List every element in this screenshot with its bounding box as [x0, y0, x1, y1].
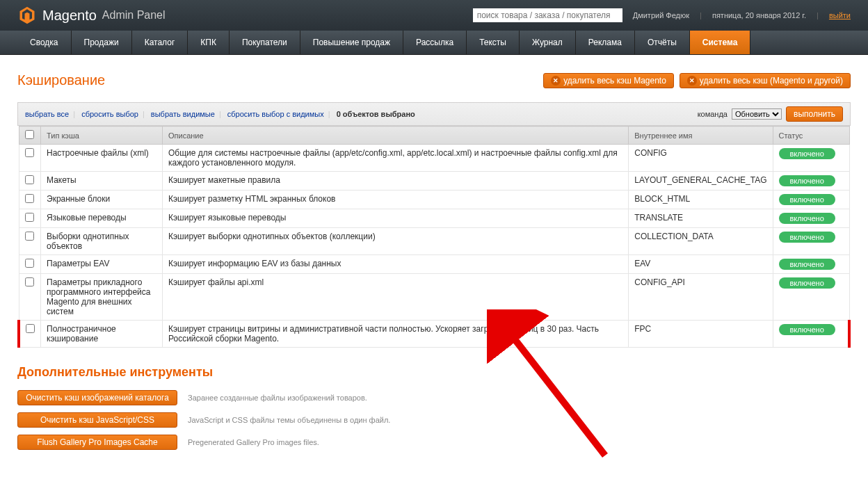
cell-desc: Кэширует страницы витрины и администрати…: [163, 321, 629, 348]
nav-item-отчёты[interactable]: Отчёты: [635, 31, 690, 54]
user-name: Дмитрий Федюк: [633, 11, 689, 19]
cell-desc: Кэширует языковые переводы: [163, 209, 629, 228]
status-badge: включено: [779, 194, 835, 205]
cell-tag: BLOCK_HTML: [629, 191, 773, 209]
table-row: Языковые переводы Кэширует языковые пере…: [19, 209, 849, 228]
cell-tag: EAV: [629, 255, 773, 274]
magento-logo-icon: [17, 6, 37, 25]
nav-item-тексты[interactable]: Тексты: [467, 31, 520, 54]
main-nav: СводкаПродажиКаталогКПКПокупателиПовышен…: [0, 31, 868, 55]
nav-item-продажи[interactable]: Продажи: [72, 31, 132, 54]
action-select[interactable]: Обновить: [732, 108, 782, 120]
tool-button[interactable]: Очистить кэш JavaScript/CSS: [17, 412, 177, 428]
tools-title: Дополнительные инструменты: [17, 365, 851, 380]
table-row: Экранные блоки Кэширует разметку HTML эк…: [19, 191, 849, 209]
reset-visible-link[interactable]: сбросить выбор с видимых: [227, 110, 324, 118]
cell-status: включено: [773, 228, 849, 255]
select-visible-link[interactable]: выбрать видимые: [151, 110, 215, 118]
cell-status: включено: [773, 274, 849, 321]
cell-type: Выборки однотипных объектов: [41, 228, 163, 255]
table-row: Макеты Кэширует макетные правила LAYOUT_…: [19, 172, 849, 191]
current-date: пятница, 20 января 2012 г.: [712, 11, 806, 19]
status-badge: включено: [779, 277, 835, 289]
nav-item-сводка[interactable]: Сводка: [17, 31, 72, 54]
cell-tag: TRANSLATE: [629, 209, 773, 228]
grid-toolbar: выбрать все| сбросить выбор| выбрать вид…: [17, 102, 851, 126]
nav-item-журнал[interactable]: Журнал: [520, 31, 576, 54]
nav-item-каталог[interactable]: Каталог: [132, 31, 188, 54]
cell-type: Настроечные файлы (xml): [41, 145, 163, 172]
row-checkbox[interactable]: [25, 277, 34, 286]
cell-tag: FPC: [629, 321, 773, 348]
tool-desc: JavaScript и CSS файлы темы объединены в…: [188, 416, 390, 424]
nav-item-кпк[interactable]: КПК: [188, 31, 230, 54]
nav-item-реклама[interactable]: Реклама: [576, 31, 635, 54]
cell-desc: Кэширует выборки однотипных объектов (ко…: [163, 228, 629, 255]
status-badge: включено: [779, 259, 835, 270]
cell-type: Макеты: [41, 172, 163, 191]
cell-type: Параметры EAV: [41, 255, 163, 274]
cell-status: включено: [773, 321, 849, 348]
cell-desc: Кэширует информацию EAV из базы данных: [163, 255, 629, 274]
row-checkbox[interactable]: [25, 213, 34, 222]
status-badge: включено: [779, 213, 835, 224]
cell-desc: Кэширует разметку HTML экранных блоков: [163, 191, 629, 209]
status-badge: включено: [779, 175, 835, 186]
row-checkbox[interactable]: [25, 194, 34, 203]
table-row: Параметры прикладного программного интер…: [19, 274, 849, 321]
status-badge: включено: [779, 148, 835, 159]
delete-icon: ✕: [687, 76, 697, 86]
cell-type: Полностраничное кэширование: [41, 321, 163, 348]
nav-item-система[interactable]: Система: [690, 31, 751, 54]
cell-status: включено: [773, 172, 849, 191]
header: Magento Admin Panel Дмитрий Федюк | пятн…: [0, 0, 868, 31]
cell-desc: Общие для системы настроечные файлы (app…: [163, 145, 629, 172]
selected-count: 0 объектов выбрано: [337, 110, 415, 118]
logo-text: Magento: [42, 8, 97, 24]
tool-button[interactable]: Очистить кэш изображений каталога: [17, 390, 177, 405]
row-checkbox[interactable]: [25, 175, 34, 184]
submit-button[interactable]: выполнить: [786, 106, 843, 122]
cell-type: Экранные блоки: [41, 191, 163, 209]
select-all-link[interactable]: выбрать все: [25, 110, 69, 118]
cell-type: Языковые переводы: [41, 209, 163, 228]
flush-magento-cache-button[interactable]: ✕удалить весь кэш Magento: [543, 73, 674, 88]
action-label: команда: [698, 110, 728, 118]
page-title: Кэширование: [17, 72, 105, 88]
tool-row: Flush Gallery Pro Images Cache Pregenera…: [17, 435, 851, 450]
tool-desc: Pregenerated Gallery Pro images files.: [188, 438, 319, 446]
cell-type: Параметры прикладного программного интер…: [41, 274, 163, 321]
row-checkbox[interactable]: [25, 259, 34, 268]
col-tag: Внутреннее имя: [629, 127, 773, 145]
header-right: Дмитрий Федюк | пятница, 20 января 2012 …: [473, 8, 851, 22]
table-row: Параметры EAV Кэширует информацию EAV из…: [19, 255, 849, 274]
col-status: Статус: [773, 127, 849, 145]
tool-row: Очистить кэш JavaScript/CSS JavaScript и…: [17, 412, 851, 428]
cell-status: включено: [773, 255, 849, 274]
nav-item-повышение продаж[interactable]: Повышение продаж: [300, 31, 403, 54]
cell-tag: LAYOUT_GENERAL_CACHE_TAG: [629, 172, 773, 191]
reset-selection-link[interactable]: сбросить выбор: [81, 110, 138, 118]
table-row: Настроечные файлы (xml) Общие для систем…: [19, 145, 849, 172]
tool-button[interactable]: Flush Gallery Pro Images Cache: [17, 435, 177, 450]
logo: Magento Admin Panel: [17, 6, 166, 25]
cell-desc: Кэширует файлы api.xml: [163, 274, 629, 321]
row-checkbox[interactable]: [25, 232, 34, 241]
row-checkbox[interactable]: [26, 324, 35, 333]
cell-tag: CONFIG: [629, 145, 773, 172]
row-checkbox[interactable]: [25, 148, 34, 157]
select-all-checkbox[interactable]: [25, 130, 34, 139]
flush-all-cache-button[interactable]: ✕удалить весь кэш (Magento и другой): [680, 73, 851, 88]
nav-item-покупатели[interactable]: Покупатели: [230, 31, 300, 54]
cell-status: включено: [773, 191, 849, 209]
nav-item-рассылка[interactable]: Рассылка: [403, 31, 467, 54]
search-input[interactable]: [473, 8, 622, 22]
table-row: Выборки однотипных объектов Кэширует выб…: [19, 228, 849, 255]
cell-tag: COLLECTION_DATA: [629, 228, 773, 255]
tool-row: Очистить кэш изображений каталога Заране…: [17, 390, 851, 405]
delete-icon: ✕: [551, 76, 561, 86]
logo-admin: Admin Panel: [102, 9, 166, 22]
cell-status: включено: [773, 145, 849, 172]
logout-link[interactable]: выйти: [829, 11, 851, 19]
status-badge: включено: [779, 232, 835, 243]
